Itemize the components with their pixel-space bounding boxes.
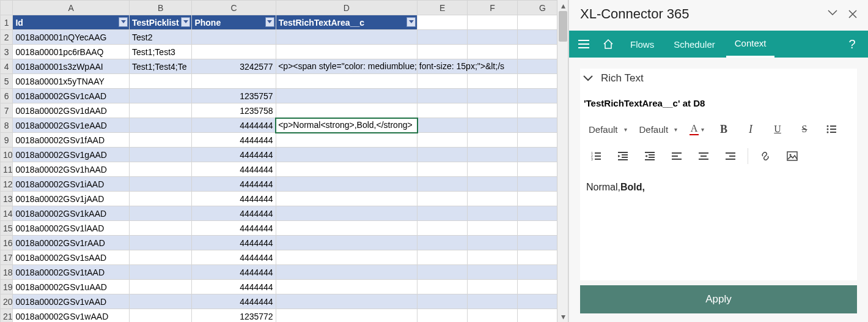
grid-cell-B8[interactable] [130, 118, 192, 133]
grid-cell-C17[interactable]: 4444444 [192, 250, 276, 265]
chevron-down-icon[interactable] [583, 75, 594, 82]
grid-cell-B9[interactable] [130, 133, 192, 148]
grid-cell-D7[interactable] [276, 103, 417, 118]
grid-cell-E4[interactable] [417, 59, 468, 74]
filter-icon[interactable] [265, 17, 274, 27]
grid-cell-F14[interactable] [468, 206, 518, 221]
grid-cell-A2[interactable]: 0018a00001nQYecAAG [13, 30, 130, 45]
grid-cell-E2[interactable] [417, 30, 468, 45]
scroll-thumb[interactable] [559, 11, 567, 42]
row-header-19[interactable]: 19 [1, 280, 13, 294]
grid-cell-C19[interactable]: 4444444 [192, 280, 276, 294]
bold-button[interactable]: B [710, 117, 737, 141]
indent-button[interactable] [609, 144, 636, 168]
bullet-list-button[interactable] [818, 117, 845, 141]
align-right-button[interactable] [717, 144, 744, 168]
grid-cell-F13[interactable] [468, 192, 518, 206]
grid-cell-F12[interactable] [468, 177, 518, 192]
scroll-up-arrow-icon[interactable]: ▴ [557, 0, 568, 11]
tab-flows[interactable]: Flows [622, 31, 663, 58]
column-header-B[interactable]: B [130, 1, 192, 15]
row-header-9[interactable]: 9 [1, 133, 13, 148]
row-header-3[interactable]: 3 [1, 45, 13, 59]
grid-cell-C6[interactable]: 1235757 [192, 89, 276, 103]
table-header-Phone[interactable]: Phone [192, 15, 276, 30]
grid-cell-E14[interactable] [417, 206, 468, 221]
grid-cell-C7[interactable]: 1235758 [192, 103, 276, 118]
grid-cell-A5[interactable]: 0018a00001x5yTNAAY [13, 74, 130, 89]
filter-icon[interactable] [406, 17, 416, 27]
grid-cell-B3[interactable]: Test1;Test3 [130, 45, 192, 59]
font-family-select[interactable]: Default▾ [583, 117, 633, 141]
grid-cell-C15[interactable]: 4444444 [192, 221, 276, 236]
grid-cell-A14[interactable]: 0018a00002GSv1kAAD [13, 206, 130, 221]
grid-cell-C16[interactable]: 4444444 [192, 236, 276, 250]
row-header-6[interactable]: 6 [1, 89, 13, 103]
column-header-C[interactable]: C [192, 1, 276, 15]
grid-cell-D15[interactable] [276, 221, 417, 236]
grid-cell-A18[interactable]: 0018a00002GSv1tAAD [13, 265, 130, 280]
align-center-button[interactable] [690, 144, 717, 168]
grid-cell-D2[interactable] [276, 30, 417, 45]
link-button[interactable] [752, 144, 779, 168]
grid-cell-C3[interactable] [192, 45, 276, 59]
grid-cell-C10[interactable]: 4444444 [192, 148, 276, 162]
tab-scheduler[interactable]: Scheduler [665, 31, 724, 58]
grid-cell-A10[interactable]: 0018a00002GSv1gAAD [13, 148, 130, 162]
strikethrough-button[interactable]: S [791, 117, 818, 141]
font-size-select[interactable]: Default▾ [633, 117, 684, 141]
grid-cell-B12[interactable] [130, 177, 192, 192]
grid-cell-C2[interactable] [192, 30, 276, 45]
grid-cell-D21[interactable] [276, 309, 417, 323]
row-header-8[interactable]: 8 [1, 118, 13, 133]
grid-cell-F3[interactable] [468, 45, 518, 59]
outdent-button[interactable] [636, 144, 663, 168]
grid-cell-F10[interactable] [468, 148, 518, 162]
scroll-down-arrow-icon[interactable]: ▾ [557, 311, 568, 322]
grid-cell-B16[interactable] [130, 236, 192, 250]
grid-cell-E12[interactable] [417, 177, 468, 192]
row-header-1[interactable]: 1 [1, 15, 13, 30]
grid-cell-A15[interactable]: 0018a00002GSv1lAAD [13, 221, 130, 236]
table-header-Id[interactable]: Id [13, 15, 130, 30]
row-header-18[interactable]: 18 [1, 265, 13, 280]
grid-cell-E16[interactable] [417, 236, 468, 250]
grid-cell-F15[interactable] [468, 221, 518, 236]
row-header-2[interactable]: 2 [1, 30, 13, 45]
filter-icon[interactable] [181, 17, 190, 27]
image-button[interactable] [779, 144, 806, 168]
grid-cell-C20[interactable]: 4444444 [192, 294, 276, 309]
grid-cell-B20[interactable] [130, 294, 192, 309]
grid-cell-E8[interactable] [417, 118, 468, 133]
row-header-16[interactable]: 16 [1, 236, 13, 250]
row-header-17[interactable]: 17 [1, 250, 13, 265]
row-header-14[interactable]: 14 [1, 206, 13, 221]
row-header-10[interactable]: 10 [1, 148, 13, 162]
row-header-13[interactable]: 13 [1, 192, 13, 206]
grid-cell-B11[interactable] [130, 162, 192, 177]
grid-cell-D10[interactable] [276, 148, 417, 162]
apply-button[interactable]: Apply [580, 285, 857, 313]
grid-cell-A4[interactable]: 0018a00001s3zWpAAI [13, 59, 130, 74]
grid-cell-E6[interactable] [417, 89, 468, 103]
grid-cell-F11[interactable] [468, 162, 518, 177]
grid-cell-D11[interactable] [276, 162, 417, 177]
grid-cell-E19[interactable] [417, 280, 468, 294]
grid-cell-D9[interactable] [276, 133, 417, 148]
menu-icon[interactable] [573, 31, 595, 58]
home-icon[interactable] [597, 31, 619, 58]
grid-cell-C9[interactable]: 4444444 [192, 133, 276, 148]
grid-cell-A11[interactable]: 0018a00002GSv1hAAD [13, 162, 130, 177]
column-header-F[interactable]: F [468, 1, 518, 15]
grid-cell-E5[interactable] [417, 74, 468, 89]
grid-cell-A16[interactable]: 0018a00002GSv1rAAD [13, 236, 130, 250]
grid-cell-A19[interactable]: 0018a00002GSv1uAAD [13, 280, 130, 294]
grid-cell-A12[interactable]: 0018a00002GSv1iAAD [13, 177, 130, 192]
grid-cell-C11[interactable]: 4444444 [192, 162, 276, 177]
grid-cell-D8[interactable] [276, 118, 417, 133]
grid-cell-A3[interactable]: 0018a00001pc6rBAAQ [13, 45, 130, 59]
row-header-5[interactable]: 5 [1, 74, 13, 89]
spreadsheet-grid[interactable]: ABCDEFG1IdTestPicklistPhoneTestRichTextA… [0, 0, 568, 322]
font-color-button[interactable]: A▾ [683, 117, 710, 141]
grid-cell-E9[interactable] [417, 133, 468, 148]
